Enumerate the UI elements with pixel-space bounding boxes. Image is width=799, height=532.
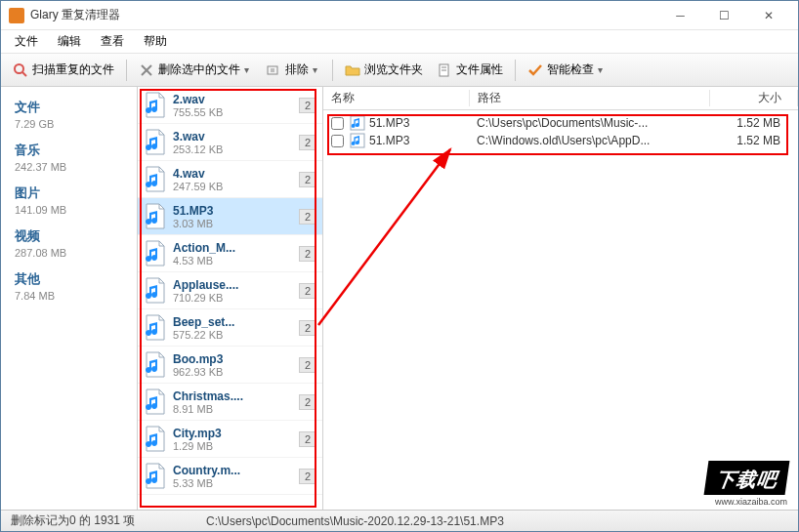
svg-line-1 (22, 72, 26, 76)
scan-duplicates-button[interactable]: 扫描重复的文件 (7, 59, 120, 81)
exclude-button[interactable]: 排除 ▾ (260, 59, 326, 81)
file-size: 3.03 MB (173, 218, 295, 229)
file-size: 8.91 MB (173, 403, 295, 415)
duplicate-row[interactable]: 51.MP3C:\Users\pc\Documents\Music-...1.5… (329, 114, 792, 132)
file-group-row[interactable]: Christmas....8.91 MB2 (138, 384, 322, 421)
file-group-row[interactable]: 51.MP33.03 MB2 (138, 198, 322, 235)
file-name: 4.wav (173, 167, 295, 181)
file-group-row[interactable]: 2.wav755.55 KB2 (138, 87, 322, 124)
menu-view[interactable]: 查看 (93, 31, 132, 52)
delete-icon (139, 62, 154, 78)
search-icon (13, 62, 28, 78)
props-label: 文件属性 (456, 61, 503, 78)
exclude-icon (266, 62, 281, 78)
category-item[interactable]: 图片141.09 MB (1, 181, 137, 224)
file-group-row[interactable]: Boo.mp3962.93 KB2 (138, 347, 322, 384)
file-name: 51.MP3 (173, 204, 295, 218)
file-group-row[interactable]: Country.m...5.33 MB2 (138, 458, 322, 495)
file-group-row[interactable]: Applause....710.29 KB2 (138, 272, 322, 309)
status-path: C:\Users\pc\Documents\Music-2020.12.29-1… (206, 514, 788, 528)
audio-file-icon (350, 133, 365, 148)
audio-file-icon (144, 240, 167, 267)
menu-help[interactable]: 帮助 (136, 31, 175, 52)
delete-selected-button[interactable]: 删除选中的文件 ▾ (133, 59, 258, 81)
category-item[interactable]: 其他7.84 MB (1, 266, 137, 309)
category-item[interactable]: 音乐242.37 MB (1, 138, 137, 181)
col-name[interactable]: 名称 (323, 90, 470, 106)
file-size: 253.12 KB (173, 143, 295, 155)
audio-file-icon (144, 277, 167, 305)
status-count: 删除标记为0 的 1931 项 (11, 512, 206, 529)
audio-file-icon (144, 129, 167, 156)
chevron-down-icon: ▾ (313, 64, 320, 75)
scan-label: 扫描重复的文件 (32, 61, 114, 78)
col-path[interactable]: 路径 (470, 90, 710, 106)
file-size: 962.93 KB (173, 366, 295, 378)
category-item[interactable]: 视频287.08 MB (1, 224, 137, 266)
audio-file-icon (144, 166, 167, 193)
chevron-down-icon: ▾ (598, 64, 606, 75)
audio-file-icon (144, 426, 167, 453)
file-group-row[interactable]: 3.wav253.12 KB2 (138, 124, 322, 161)
svg-point-0 (15, 64, 23, 73)
audio-file-icon (144, 463, 167, 490)
file-size: 710.29 KB (173, 292, 295, 304)
duplicate-count-badge: 2 (299, 320, 316, 336)
dup-size: 1.52 MB (714, 116, 792, 130)
smart-label: 智能检查 (547, 61, 594, 78)
properties-button[interactable]: 文件属性 (431, 59, 509, 81)
menu-file[interactable]: 文件 (7, 31, 46, 52)
menu-edit[interactable]: 编辑 (50, 31, 89, 52)
category-size: 7.29 GB (15, 118, 123, 130)
duplicate-count-badge: 2 (299, 172, 316, 187)
col-size[interactable]: 大小 (710, 90, 798, 106)
file-group-row[interactable]: Beep_set...575.22 KB2 (138, 309, 322, 347)
svg-rect-11 (351, 116, 364, 130)
category-item[interactable]: 文件7.29 GB (1, 95, 137, 138)
detail-header: 名称 路径 大小 (323, 87, 798, 110)
file-group-row[interactable]: 4.wav247.59 KB2 (138, 161, 322, 198)
file-group-row[interactable]: Action_M...4.53 MB2 (138, 235, 322, 272)
maximize-button[interactable]: ☐ (702, 2, 746, 29)
file-name: Christmas.... (173, 389, 295, 403)
folder-icon (345, 62, 360, 78)
audio-file-icon (144, 389, 167, 416)
chevron-down-icon: ▾ (244, 64, 252, 75)
dup-path: C:\Windows.old\Users\pc\AppD... (477, 134, 714, 147)
category-size: 287.08 MB (15, 247, 123, 259)
svg-line-10 (318, 149, 450, 325)
smart-check-button[interactable]: 智能检查 ▾ (522, 59, 611, 81)
duplicate-row[interactable]: 51.MP3C:\Windows.old\Users\pc\AppD...1.5… (329, 132, 792, 149)
file-name: Action_M... (173, 241, 295, 255)
audio-file-icon (144, 92, 167, 119)
category-size: 242.37 MB (15, 161, 123, 173)
menubar: 文件 编辑 查看 帮助 (1, 30, 798, 54)
category-size: 7.84 MB (15, 290, 123, 302)
browse-folder-button[interactable]: 浏览文件夹 (339, 59, 429, 81)
duplicate-detail-panel: 名称 路径 大小 51.MP3C:\Users\pc\Documents\Mus… (323, 87, 798, 510)
svg-rect-12 (351, 134, 364, 147)
file-size: 4.53 MB (173, 255, 295, 266)
file-name: Beep_set... (173, 315, 295, 329)
file-group-row[interactable]: City.mp31.29 MB2 (138, 421, 322, 458)
toolbar: 扫描重复的文件 删除选中的文件 ▾ 排除 ▾ 浏览文件夹 文件属性 智能检查 ▾ (1, 54, 798, 87)
duplicate-count-badge: 2 (299, 469, 316, 484)
dup-name: 51.MP3 (369, 116, 477, 130)
annotation-arrow (314, 140, 470, 335)
row-checkbox[interactable] (331, 135, 344, 147)
duplicate-count-badge: 2 (299, 394, 316, 410)
file-name: Applause.... (173, 278, 295, 292)
close-button[interactable]: ✕ (746, 2, 790, 29)
category-name: 文件 (15, 99, 123, 116)
minimize-button[interactable]: ─ (658, 2, 702, 29)
titlebar: Glary 重复清理器 ─ ☐ ✕ (1, 1, 798, 30)
file-name: 3.wav (173, 130, 295, 143)
file-size: 5.33 MB (173, 477, 295, 489)
file-name: Country.m... (173, 464, 295, 477)
duplicate-count-badge: 2 (299, 431, 316, 447)
row-checkbox[interactable] (331, 117, 344, 130)
file-size: 755.55 KB (173, 106, 295, 118)
category-name: 其他 (15, 270, 123, 288)
delete-label: 删除选中的文件 (158, 61, 240, 78)
dup-path: C:\Users\pc\Documents\Music-... (477, 116, 714, 130)
